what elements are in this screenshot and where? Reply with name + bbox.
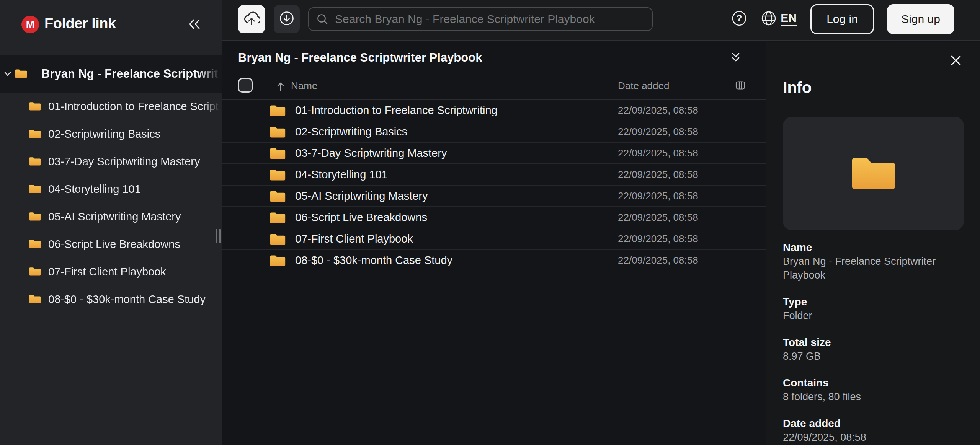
language-selector[interactable]: EN	[761, 10, 797, 28]
info-details: Name Bryan Ng - Freelance Scriptwriter P…	[783, 240, 963, 444]
table-row[interactable]: 01-Introduction to Freelance Scriptwriti…	[222, 100, 766, 121]
info-field-value: Folder	[783, 309, 963, 323]
table-row[interactable]: 05-AI Scriptwriting Mastery 22/09/2025, …	[222, 186, 766, 207]
folder-icon	[29, 238, 41, 251]
row-date-added: 22/09/2025, 08:58	[618, 228, 698, 250]
folder-icon	[269, 125, 286, 141]
row-folder-name: 03-7-Day Scriptwriting Mastery	[295, 143, 447, 164]
row-folder-name: 06-Script Live Breakdowns	[295, 207, 427, 228]
download-button[interactable]	[274, 5, 300, 33]
topbar: ? EN Log in Sign up	[222, 0, 980, 41]
collapse-header-button[interactable]	[728, 50, 743, 65]
info-field: Contains 8 folders, 80 files	[783, 376, 963, 404]
upload-button[interactable]	[238, 5, 265, 33]
svg-text:?: ?	[737, 13, 742, 23]
table-row[interactable]: 02-Scriptwriting Basics 22/09/2025, 08:5…	[222, 121, 766, 143]
table-row[interactable]: 06-Script Live Breakdowns 22/09/2025, 08…	[222, 207, 766, 228]
info-field-label: Date added	[783, 416, 963, 430]
column-header-name[interactable]: Name	[291, 80, 317, 92]
row-folder-name: 04-Storytelling 101	[295, 164, 388, 186]
table-row[interactable]: 03-7-Day Scriptwriting Mastery 22/09/202…	[222, 143, 766, 164]
sidebar-item-folder[interactable]: 02-Scriptwriting Basics	[0, 120, 222, 148]
sidebar-item-label: 06-Script Live Breakdowns	[48, 230, 220, 258]
folder-icon	[29, 266, 41, 279]
folder-icon	[269, 146, 286, 162]
info-field: Name Bryan Ng - Freelance Scriptwriter P…	[783, 240, 963, 282]
info-panel: Info Name Bryan Ng - Freelance Scriptwri…	[766, 42, 980, 445]
folder-icon	[29, 211, 41, 223]
sidebar-collapse-button[interactable]	[187, 18, 202, 31]
row-date-added: 22/09/2025, 08:58	[618, 207, 698, 228]
search-input[interactable]	[308, 7, 653, 31]
double-chevron-down-icon	[730, 51, 742, 65]
brand-title: Folder link	[44, 15, 116, 32]
language-code[interactable]: EN	[781, 11, 797, 26]
sort-ascending-icon[interactable]	[276, 81, 286, 93]
folder-icon	[29, 183, 41, 196]
info-field-value: 8 folders, 80 files	[783, 390, 963, 404]
table-row[interactable]: 08-$0 - $30k-month Case Study 22/09/2025…	[222, 250, 766, 271]
content-header: Bryan Ng - Freelance Scriptwriter Playbo…	[222, 42, 766, 75]
column-settings-button[interactable]	[735, 80, 746, 92]
table-row[interactable]: 04-Storytelling 101 22/09/2025, 08:58	[222, 164, 766, 186]
row-date-added: 22/09/2025, 08:58	[618, 186, 698, 207]
circle-download-icon	[279, 10, 295, 28]
folder-icon	[269, 168, 286, 184]
sidebar-item-label: 08-$0 - $30k-month Case Study	[48, 285, 220, 313]
signup-button[interactable]: Sign up	[887, 4, 954, 34]
column-header-date-added[interactable]: Date added	[618, 80, 669, 92]
info-panel-title: Info	[783, 78, 963, 97]
mega-logo-icon: M	[21, 16, 39, 33]
sidebar-item-folder[interactable]: 08-$0 - $30k-month Case Study	[0, 285, 222, 313]
info-field-label: Name	[783, 240, 963, 254]
close-info-button[interactable]	[949, 54, 962, 67]
folder-icon	[269, 189, 286, 205]
sidebar-resize-handle[interactable]	[216, 229, 222, 243]
sidebar: M Folder link Bryan Ng -	[0, 0, 222, 445]
sidebar-item-folder[interactable]: 03-7-Day Scriptwriting Mastery	[0, 148, 222, 175]
sidebar-item-folder[interactable]: 01-Introduction to Freelance Scriptwriti…	[0, 93, 222, 120]
folder-icon	[269, 210, 286, 227]
file-list-panel: Bryan Ng - Freelance Scriptwriter Playbo…	[222, 42, 766, 445]
row-date-added: 22/09/2025, 08:58	[618, 164, 698, 186]
folder-icon	[29, 101, 41, 113]
select-all-checkbox[interactable]	[238, 78, 253, 93]
info-field-label: Type	[783, 295, 963, 309]
folder-icon-large	[849, 152, 898, 196]
folder-preview-card	[783, 117, 964, 230]
search-field	[308, 7, 653, 31]
row-folder-name: 02-Scriptwriting Basics	[295, 121, 407, 143]
sidebar-item-folder[interactable]: 05-AI Scriptwriting Mastery	[0, 203, 222, 230]
sidebar-root-label: Bryan Ng - Freelance Scriptwriter Playbo…	[41, 55, 220, 93]
sidebar-item-root-folder[interactable]: Bryan Ng - Freelance Scriptwriter Playbo…	[0, 55, 222, 93]
chevron-down-icon[interactable]	[3, 70, 12, 80]
page-title: Bryan Ng - Freelance Scriptwriter Playbo…	[238, 51, 482, 65]
row-folder-name: 08-$0 - $30k-month Case Study	[295, 250, 452, 271]
info-field: Type Folder	[783, 295, 963, 323]
globe-icon	[761, 10, 781, 28]
table-row[interactable]: 07-First Client Playbook 22/09/2025, 08:…	[222, 228, 766, 250]
info-field: Date added 22/09/2025, 08:58	[783, 416, 963, 444]
row-folder-name: 05-AI Scriptwriting Mastery	[295, 186, 428, 207]
folder-icon	[15, 68, 28, 81]
table-header: Name Date added	[222, 75, 766, 100]
close-icon	[950, 55, 962, 67]
sidebar-item-label: 02-Scriptwriting Basics	[48, 120, 220, 148]
sidebar-item-label: 07-First Client Playbook	[48, 258, 220, 285]
row-date-added: 22/09/2025, 08:58	[618, 250, 698, 271]
login-button[interactable]: Log in	[810, 4, 874, 34]
sidebar-item-folder[interactable]: 07-First Client Playbook	[0, 258, 222, 285]
folder-icon	[269, 103, 286, 119]
row-folder-name: 01-Introduction to Freelance Scriptwriti…	[295, 100, 498, 121]
sidebar-header: M Folder link	[0, 0, 222, 55]
sidebar-item-folder[interactable]: 06-Script Live Breakdowns	[0, 230, 222, 258]
sidebar-item-label: 01-Introduction to Freelance Scriptwriti…	[48, 93, 220, 120]
info-field: Total size 8.97 GB	[783, 335, 963, 363]
info-field-label: Total size	[783, 335, 963, 349]
question-circle-icon: ?	[731, 10, 747, 28]
folder-icon	[269, 253, 286, 269]
sidebar-item-label: 04-Storytelling 101	[48, 175, 220, 203]
help-button[interactable]: ?	[731, 11, 748, 28]
sidebar-item-label: 03-7-Day Scriptwriting Mastery	[48, 148, 220, 175]
sidebar-item-folder[interactable]: 04-Storytelling 101	[0, 175, 222, 203]
